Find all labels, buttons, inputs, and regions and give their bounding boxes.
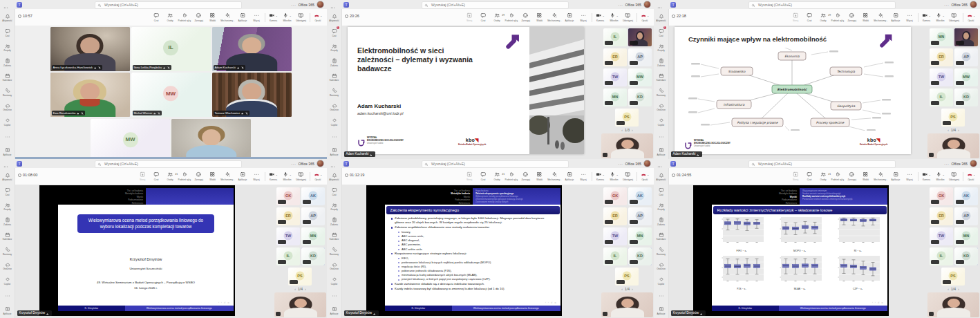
rail-initials-tile-KD[interactable]: KD — [954, 88, 978, 106]
app-launcher-button[interactable] — [3, 2, 8, 7]
sidebar-item-zespoły[interactable]: Zespoły — [0, 40, 15, 55]
rail-initials-tile-AP[interactable]: AP — [954, 207, 978, 225]
chevron-down-icon[interactable]: ⌄ — [929, 173, 931, 176]
zareaguj-button[interactable]: Zareaguj — [192, 171, 206, 181]
sidebar-item-zadania[interactable]: Zadania — [654, 214, 668, 230]
window-more-button[interactable]: ··· — [291, 162, 296, 166]
sidebar-item-onedrive[interactable]: OneDrive — [327, 100, 341, 115]
chevron-down-icon[interactable]: ⌄ — [929, 14, 931, 17]
self-video-tile[interactable] — [601, 292, 653, 317]
rail-initials-tile-KD[interactable]: KD — [628, 247, 652, 265]
mechanizmy-button[interactable]: Mechanizmy... — [220, 171, 236, 181]
page-next-icon[interactable]: › — [958, 287, 959, 291]
window-more-button[interactable]: ··· — [291, 3, 296, 7]
rail-initials-tile-MW[interactable]: MW — [628, 68, 652, 86]
kamera-button[interactable]: ⌄Kamera — [594, 171, 607, 181]
podnies-reke-button[interactable]: Podnieś rękę — [830, 12, 845, 22]
sidebar-item-copilot[interactable]: Copilot — [327, 274, 341, 289]
widok-button[interactable]: Widok — [206, 12, 220, 22]
sidebar-item-zespoły[interactable]: Zespoły — [327, 199, 341, 214]
podnies-reke-button[interactable]: Podnieś rękę — [177, 171, 192, 181]
sidebar-item-zadania[interactable]: Zadania — [0, 214, 15, 230]
rail-initials-tile-MN[interactable]: MN — [930, 28, 953, 46]
czat-button[interactable]: Czat — [476, 171, 490, 181]
mechanizmy-button[interactable]: Mechanizmy... — [873, 12, 889, 22]
czat-button[interactable]: Czat — [802, 171, 816, 181]
aplikacje-button[interactable]: Aplikacje — [889, 171, 903, 181]
sidebar-item-aktywność[interactable]: Aktywność — [0, 169, 15, 185]
widok-button[interactable]: Widok — [859, 171, 873, 181]
wiecej-button[interactable]: Więcej — [903, 12, 916, 22]
sidebar-item-czat[interactable]: Czat — [0, 185, 15, 200]
sidebar-item-zespoły[interactable]: Zespoły — [654, 199, 668, 214]
search-input[interactable]: Wyszukaj (Ctrl+Alt+E) — [422, 1, 569, 9]
rail-initials-tile-KD[interactable]: KD — [628, 88, 652, 106]
udostepnij-button[interactable]: Udostępnij — [294, 171, 308, 181]
rail-initials-tile-PS[interactable]: PS — [941, 268, 965, 286]
chevron-down-icon[interactable]: ⌄ — [276, 14, 278, 17]
chevron-down-icon[interactable]: ⌄ — [647, 173, 649, 176]
sidebar-item-more[interactable] — [0, 288, 15, 303]
rail-initials-tile-AK[interactable]: AK — [301, 187, 325, 205]
rail-initials-tile-ER[interactable]: ER — [930, 207, 953, 225]
wiecej-button[interactable]: Więcej — [576, 12, 590, 22]
rail-initials-tile-TW[interactable]: TW — [930, 68, 953, 86]
chevron-down-icon[interactable]: ⌄ — [647, 14, 649, 17]
sidebar-item-aktywność[interactable]: Aktywność — [654, 10, 668, 26]
sidebar-item-copilot[interactable]: Copilot — [654, 115, 668, 130]
rail-initials-tile-IL[interactable]: IL — [603, 247, 627, 265]
zareaguj-button[interactable]: Zareaguj — [519, 12, 533, 22]
sidebar-item-onedrive[interactable]: OneDrive — [0, 259, 15, 274]
udostepnij-button[interactable]: Udostępnij — [948, 12, 961, 22]
kamera-button[interactable]: ⌄Kamera — [267, 171, 281, 181]
sidebar-item-zadania[interactable]: Zadania — [327, 214, 341, 230]
search-input[interactable]: Wyszukaj (Ctrl+Alt+E) — [422, 160, 569, 168]
gallery-tile[interactable]: ILIlona Lekka-Porębska — [131, 27, 211, 71]
rail-initials-tile-MW[interactable]: MW — [954, 68, 978, 86]
podnies-reke-button[interactable]: Podnieś rękę — [504, 12, 519, 22]
sidebar-item-aktywność[interactable]: Aktywność — [327, 169, 341, 185]
sidebar-item-aplikacje[interactable]: Aplikacje — [327, 144, 341, 160]
sidebar-item-onedrive[interactable]: OneDrive — [654, 100, 668, 115]
kamera-button[interactable]: ⌄Kamera — [920, 12, 934, 22]
sidebar-item-more[interactable] — [327, 129, 341, 144]
sidebar-item-zespoły[interactable]: Zespoły — [0, 199, 15, 214]
rail-initials-tile-KD[interactable]: KD — [954, 247, 978, 265]
user-avatar[interactable] — [317, 160, 324, 167]
osoby-button[interactable]: Osoby29 — [816, 12, 830, 22]
chevron-down-icon[interactable]: ⌄ — [290, 14, 292, 17]
gallery-tile[interactable]: Adam Kucharski — [212, 27, 292, 71]
opusc-button[interactable]: ⌄Opuść — [311, 171, 325, 181]
sidebar-item-onedrive[interactable]: OneDrive — [327, 259, 341, 274]
rail-initials-tile-PS[interactable]: PS — [615, 109, 639, 127]
gallery-tile[interactable]: MWMichał Werner — [131, 73, 211, 117]
opusc-button[interactable]: ⌄Opuść — [638, 171, 652, 181]
rail-initials-tile-ER[interactable]: ER — [276, 207, 300, 225]
rail-initials-tile-AP[interactable]: AP — [301, 207, 325, 225]
chevron-down-icon[interactable]: ⌄ — [616, 14, 619, 17]
user-avatar[interactable] — [317, 1, 324, 8]
rail-initials-tile-MN[interactable]: MN — [954, 227, 978, 245]
page-next-icon[interactable]: › — [958, 128, 959, 132]
chevron-down-icon[interactable]: ⌄ — [943, 173, 945, 176]
kamera-button[interactable]: ⌄Kamera — [594, 12, 607, 22]
sidebar-item-rozmowy[interactable]: Rozmowy — [654, 244, 668, 259]
chevron-down-icon[interactable]: ⌄ — [603, 173, 605, 176]
rail-video-tile[interactable] — [628, 28, 652, 46]
app-launcher-button[interactable] — [657, 2, 662, 7]
mechanizmy-button[interactable]: Mechanizmy... — [547, 12, 563, 22]
sidebar-item-czat[interactable]: Czat — [327, 185, 341, 200]
steruj-button[interactable]: Steruj — [135, 171, 149, 181]
chevron-down-icon[interactable]: ⌄ — [276, 173, 278, 176]
rail-initials-tile-ER[interactable]: ER — [930, 48, 953, 66]
rail-initials-tile-IL[interactable]: IL — [930, 247, 953, 265]
udostepnij-button[interactable]: Udostępnij — [294, 12, 308, 22]
zareaguj-button[interactable]: Zareaguj — [519, 171, 533, 181]
rail-initials-tile-AP[interactable]: AP — [628, 48, 652, 66]
sidebar-item-kalendarz[interactable]: Kalendarz — [327, 70, 341, 85]
sidebar-item-copilot[interactable]: Copilot — [654, 274, 668, 289]
podnies-reke-button[interactable]: Podnieś rękę — [177, 12, 192, 22]
sidebar-item-zadania[interactable]: Zadania — [0, 55, 15, 71]
opusc-button[interactable]: ⌄Opuść — [964, 171, 978, 181]
rail-initials-tile-AP[interactable]: AP — [628, 207, 652, 225]
